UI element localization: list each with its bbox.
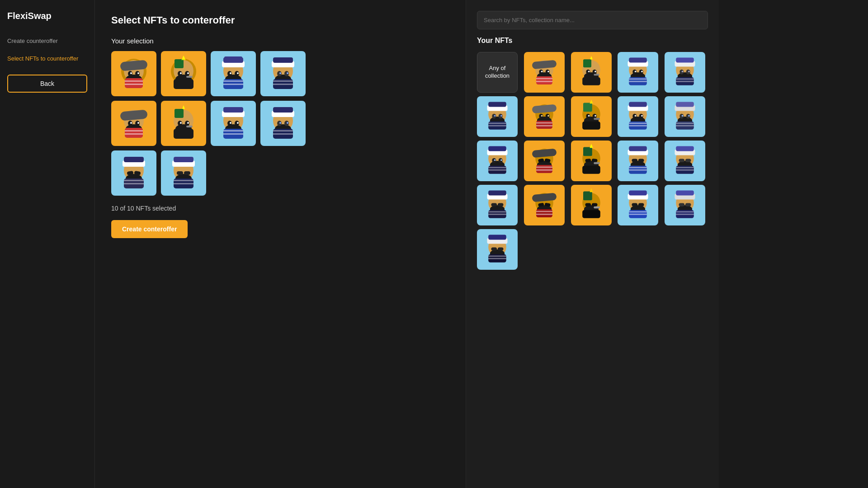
svg-point-45	[279, 72, 281, 74]
svg-rect-126	[536, 81, 552, 82]
svg-rect-256	[638, 159, 644, 162]
gallery-nft-11[interactable]	[524, 141, 565, 181]
selected-nft-10[interactable]	[161, 150, 206, 196]
svg-rect-231	[488, 169, 506, 171]
create-counteroffer-button[interactable]: Create conteroffer	[111, 220, 188, 238]
svg-rect-255	[632, 159, 638, 162]
svg-rect-265	[679, 159, 685, 162]
svg-rect-230	[488, 167, 506, 169]
gallery-nft-17[interactable]	[571, 185, 612, 225]
svg-point-91	[279, 122, 281, 124]
app-logo: FlexiSwap	[7, 11, 87, 21]
svg-rect-253	[629, 146, 647, 151]
svg-rect-94	[273, 130, 293, 131]
svg-rect-37	[223, 84, 243, 85]
selected-nft-8[interactable]	[260, 101, 306, 146]
svg-rect-70	[186, 126, 193, 127]
svg-rect-153	[676, 58, 694, 63]
gallery-nft-15[interactable]	[477, 185, 518, 225]
svg-rect-291	[583, 191, 592, 200]
svg-point-21	[180, 72, 182, 74]
back-button[interactable]: Back	[7, 75, 87, 93]
svg-rect-278	[488, 211, 506, 213]
gallery-nft-2[interactable]	[571, 52, 612, 93]
svg-point-145	[635, 70, 637, 72]
selected-nft-6[interactable]	[161, 101, 206, 146]
gallery-nft-19[interactable]	[665, 185, 705, 225]
svg-rect-287	[536, 211, 552, 212]
any-collection-filter[interactable]: Any of collection	[477, 52, 518, 93]
svg-rect-294	[585, 203, 591, 206]
svg-point-227	[494, 159, 496, 161]
selected-nft-5[interactable]	[111, 101, 156, 146]
svg-rect-95	[273, 133, 293, 135]
gallery-nft-7[interactable]	[571, 96, 612, 137]
gallery-nft-10[interactable]	[477, 141, 518, 181]
selected-nft-7[interactable]	[211, 101, 256, 146]
sidebar: FlexiSwap Create counteroffer Select NFT…	[0, 0, 95, 488]
svg-point-215	[682, 115, 684, 117]
nav-select-nfts[interactable]: Select NFTs to counteroffer	[7, 53, 87, 64]
svg-rect-15	[175, 59, 184, 68]
svg-rect-23	[186, 76, 193, 78]
nav-create-counteroffer[interactable]: Create counteroffer	[7, 36, 87, 46]
svg-rect-206	[629, 123, 647, 124]
nft-grid: Any of collection	[477, 52, 708, 270]
svg-rect-240	[536, 169, 552, 171]
svg-rect-275	[491, 203, 497, 206]
selected-nft-3[interactable]	[211, 51, 256, 96]
svg-rect-10	[125, 80, 143, 82]
gallery-nft-16[interactable]	[524, 185, 565, 225]
selected-nft-4[interactable]	[260, 51, 306, 96]
selected-nft-2[interactable]	[161, 51, 206, 96]
gallery-nft-8[interactable]	[618, 96, 658, 137]
your-selection-label: Your selection	[111, 37, 449, 45]
gallery-nft-9[interactable]	[665, 96, 705, 137]
main-content: Select NFTs to conteroffer Your selectio…	[95, 0, 466, 488]
svg-rect-137	[582, 77, 600, 85]
selection-count: 10 of 10 NFTs selected	[111, 205, 449, 212]
svg-rect-313	[679, 203, 685, 206]
svg-rect-314	[685, 203, 691, 206]
svg-rect-296	[594, 206, 600, 209]
gallery-nft-1[interactable]	[524, 52, 565, 93]
svg-rect-48	[273, 80, 293, 82]
svg-rect-311	[676, 191, 694, 196]
svg-rect-114	[174, 180, 193, 181]
gallery-nft-20[interactable]	[477, 229, 518, 270]
svg-rect-263	[676, 146, 694, 151]
gallery-nft-4[interactable]	[665, 52, 705, 93]
svg-rect-173	[488, 125, 506, 127]
svg-point-34	[237, 72, 239, 74]
selected-nft-9[interactable]	[111, 150, 156, 196]
svg-rect-83	[223, 133, 243, 135]
svg-rect-160	[676, 79, 694, 80]
svg-rect-306	[629, 211, 647, 213]
gallery-nft-5[interactable]	[477, 96, 518, 137]
selected-nft-1[interactable]	[111, 51, 156, 96]
svg-rect-11	[125, 84, 143, 85]
svg-rect-111	[177, 171, 183, 175]
gallery-nft-13[interactable]	[618, 141, 658, 181]
svg-rect-36	[223, 80, 243, 82]
right-panel: Your NFTs Any of collection	[466, 0, 719, 488]
gallery-nft-14[interactable]	[665, 141, 705, 181]
svg-rect-207	[629, 125, 647, 127]
svg-rect-141	[629, 58, 647, 63]
svg-rect-273	[488, 191, 506, 196]
svg-rect-276	[498, 203, 504, 206]
gallery-nft-18[interactable]	[618, 185, 658, 225]
svg-rect-258	[629, 167, 647, 169]
svg-rect-239	[536, 167, 552, 168]
svg-point-192	[588, 115, 590, 117]
page-title: Select NFTs to conteroffer	[111, 14, 449, 26]
svg-point-169	[494, 115, 496, 117]
svg-rect-307	[629, 214, 647, 215]
svg-point-158	[688, 70, 690, 72]
gallery-nft-6[interactable]	[524, 96, 565, 137]
svg-point-216	[688, 115, 690, 117]
gallery-nft-12[interactable]	[571, 141, 612, 181]
gallery-nft-3[interactable]	[618, 52, 658, 93]
svg-rect-317	[676, 214, 694, 215]
search-input[interactable]	[477, 11, 708, 29]
